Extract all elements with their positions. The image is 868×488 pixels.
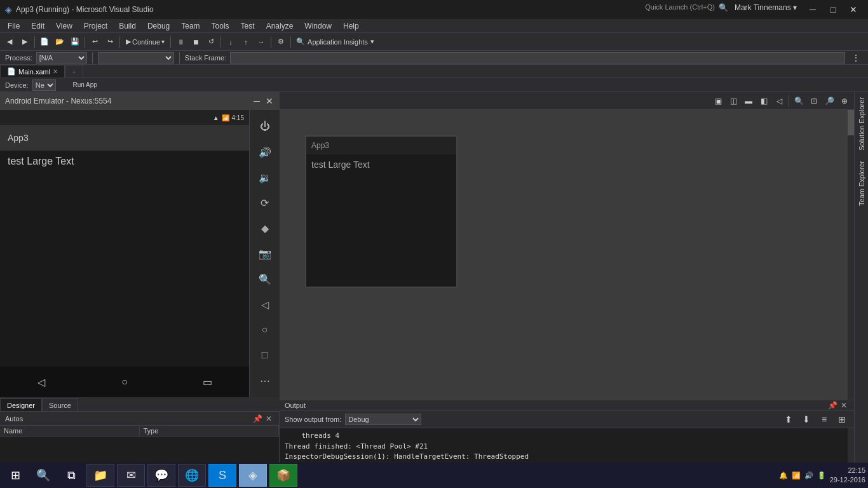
- undo-btn[interactable]: ↩: [88, 35, 102, 49]
- close-button[interactable]: ✕: [844, 3, 863, 16]
- output-tool4[interactable]: ⊞: [835, 412, 849, 426]
- taskbar-right: 🔔 📶 🔊 🔋 22:15 29-12-2016: [779, 466, 865, 485]
- menu-team[interactable]: Team: [176, 20, 205, 32]
- home-button[interactable]: ○: [254, 318, 276, 341]
- device-select[interactable]: Ne: [32, 79, 56, 91]
- tab-main-xaml[interactable]: 📄 Main.xaml ✕: [0, 65, 65, 78]
- menu-build[interactable]: Build: [114, 20, 141, 32]
- output-tool2[interactable]: ⬇: [799, 412, 813, 426]
- des-fit2-btn[interactable]: ⊡: [807, 94, 821, 108]
- more-button[interactable]: ⋯: [254, 369, 276, 392]
- redo-btn[interactable]: ↪: [103, 35, 117, 49]
- menu-file[interactable]: File: [3, 20, 25, 32]
- device-run-btn[interactable]: Run App: [60, 78, 111, 92]
- des-view2-btn[interactable]: ▬: [742, 94, 756, 108]
- menu-edit[interactable]: Edit: [26, 20, 50, 32]
- stack-frame-btn[interactable]: ⋮: [849, 51, 863, 65]
- output-close-btn[interactable]: ✕: [839, 400, 849, 410]
- tab-source[interactable]: Source: [42, 398, 78, 411]
- camera-button[interactable]: 📷: [254, 242, 276, 265]
- menu-help[interactable]: Help: [338, 20, 364, 32]
- stack-frame-input[interactable]: [230, 52, 845, 64]
- menu-view[interactable]: View: [51, 20, 78, 32]
- save-btn[interactable]: 💾: [68, 35, 82, 49]
- step-out-btn[interactable]: ↑: [239, 35, 253, 49]
- designer-canvas[interactable]: App3 test Large Text: [280, 110, 854, 400]
- taskbar-task-view-btn[interactable]: ⧉: [58, 463, 84, 488]
- taskbar-app-skype[interactable]: 💬: [147, 464, 175, 487]
- nav-home-btn[interactable]: ○: [112, 372, 137, 391]
- start-button[interactable]: ⊞: [3, 463, 28, 488]
- taskbar-app-vs[interactable]: ◈: [239, 464, 267, 487]
- erase-button[interactable]: ◆: [254, 217, 276, 240]
- taskbar-app-green[interactable]: 📦: [269, 464, 297, 487]
- step-over-btn[interactable]: →: [254, 35, 268, 49]
- autos-pin-btn[interactable]: 📌: [252, 414, 262, 424]
- des-view1-btn[interactable]: ◫: [726, 94, 740, 108]
- des-zoom-in2-btn[interactable]: ⊕: [837, 94, 851, 108]
- emulator-close-btn[interactable]: ✕: [264, 96, 275, 106]
- menu-window[interactable]: Window: [299, 20, 337, 32]
- solution-explorer-label[interactable]: Solution Explorer: [858, 92, 865, 156]
- team-explorer-label[interactable]: Team Explorer: [858, 156, 865, 211]
- output-tool1[interactable]: ⬆: [782, 412, 796, 426]
- continue-button[interactable]: ▶ Continue ▾: [123, 35, 168, 49]
- settings-btn[interactable]: ⚙: [274, 35, 288, 49]
- emulator-minimize-btn[interactable]: ─: [252, 96, 262, 106]
- menu-tools[interactable]: Tools: [207, 20, 234, 32]
- application-insights-button[interactable]: 🔍 Application Insights ▾: [294, 37, 377, 46]
- des-back-btn[interactable]: ◁: [772, 94, 786, 108]
- pause-btn[interactable]: ⏸: [173, 35, 187, 49]
- phone-app-content[interactable]: App3 test Large Text: [0, 125, 249, 367]
- menu-analyze[interactable]: Analyze: [261, 20, 299, 32]
- phone-nav-bar: ◁ ○ ▭: [0, 367, 249, 397]
- designer-scrollbar-v[interactable]: [848, 110, 854, 400]
- output-tool3[interactable]: ≡: [817, 412, 831, 426]
- taskbar-time-date[interactable]: 22:15 29-12-2016: [830, 466, 865, 485]
- menu-test[interactable]: Test: [236, 20, 260, 32]
- output-pin-btn[interactable]: 📌: [827, 400, 837, 410]
- tab-close-btn[interactable]: ✕: [53, 68, 58, 75]
- open-file-btn[interactable]: 📂: [53, 35, 67, 49]
- des-view3-btn[interactable]: ◧: [757, 94, 771, 108]
- step-into-btn[interactable]: ↓: [224, 35, 238, 49]
- taskbar-app-chrome[interactable]: 🌐: [178, 464, 206, 487]
- maximize-button[interactable]: □: [824, 3, 843, 16]
- menu-debug[interactable]: Debug: [142, 20, 175, 32]
- zoom-button[interactable]: 🔍: [254, 268, 276, 290]
- back-btn[interactable]: ◀: [3, 35, 17, 49]
- taskbar-search-btn[interactable]: 🔍: [31, 463, 56, 488]
- designer-scrollbar-thumb[interactable]: [848, 110, 854, 135]
- taskbar-app-explorer[interactable]: 📁: [86, 464, 114, 487]
- continue-dropdown-icon[interactable]: ▾: [161, 38, 165, 45]
- square-button[interactable]: □: [254, 344, 276, 367]
- des-zoom-in-btn[interactable]: 🔎: [822, 94, 836, 108]
- tab-designer[interactable]: Designer: [0, 398, 42, 411]
- nav-back-btn[interactable]: ◁: [29, 372, 54, 391]
- application-insights-dropdown[interactable]: ▾: [370, 37, 374, 46]
- output-from-select[interactable]: Debug: [345, 414, 421, 425]
- designer-source-tabs: Designer Source: [0, 397, 280, 411]
- des-fit-btn[interactable]: ▣: [711, 94, 725, 108]
- back-button[interactable]: ◁: [254, 293, 276, 316]
- taskbar-app-mail[interactable]: ✉: [117, 464, 145, 487]
- autos-close-btn[interactable]: ✕: [264, 414, 274, 424]
- thread-select[interactable]: [98, 52, 174, 64]
- content-area: 📄 Main.xaml ✕ + Device: Ne Run App Andro…: [0, 65, 868, 474]
- menu-project[interactable]: Project: [79, 20, 112, 32]
- volume-up-button[interactable]: 🔊: [254, 140, 276, 163]
- power-button[interactable]: ⏻: [254, 115, 276, 138]
- des-zoom-out-btn[interactable]: 🔍: [792, 94, 806, 108]
- restart-btn[interactable]: ↺: [204, 35, 218, 49]
- tab-new[interactable]: +: [65, 65, 83, 78]
- forward-btn[interactable]: ▶: [18, 35, 32, 49]
- volume-down-button[interactable]: 🔉: [254, 166, 276, 189]
- process-select[interactable]: [N/A: [36, 52, 87, 64]
- taskbar-notification[interactable]: 🔔: [779, 471, 788, 480]
- nav-recents-btn[interactable]: ▭: [195, 372, 220, 391]
- rotate-button[interactable]: ⟳: [254, 191, 276, 214]
- new-project-btn[interactable]: 📄: [37, 35, 51, 49]
- stop-btn[interactable]: ⏹: [189, 35, 203, 49]
- taskbar-app-skype2[interactable]: S: [208, 464, 236, 487]
- minimize-button[interactable]: ─: [803, 3, 822, 16]
